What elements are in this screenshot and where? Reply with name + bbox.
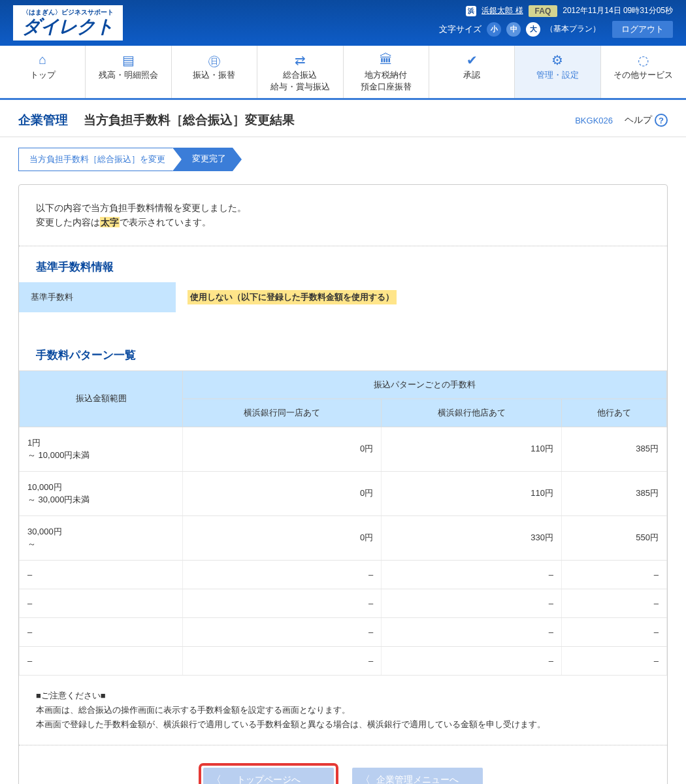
nav-approve[interactable]: ✔承認 xyxy=(429,46,515,98)
nav-transfer[interactable]: ㊐振込・振替 xyxy=(172,46,257,98)
step-2: 変更完了 xyxy=(172,148,242,171)
fee-pattern-table: 振込金額範囲 振込パターンごとの手数料 横浜銀行同一店あて 横浜銀行他店あて 他… xyxy=(19,370,667,676)
notes-line2: 本画面で登録した手数料金額が、横浜銀行で適用している手数料金額と異なる場合は、横… xyxy=(36,717,650,732)
font-size-large[interactable]: 大 xyxy=(526,22,540,37)
section-base-fee-title: 基準手数料情報 xyxy=(19,246,667,282)
page-code: BKGK026 xyxy=(575,116,613,125)
nav-tax[interactable]: 🏛地方税納付 預金口座振替 xyxy=(344,46,429,98)
result-card: 以下の内容で当方負担手数料情報を変更しました。 変更した内容は太字で表示されてい… xyxy=(18,184,668,784)
page-category: 企業管理 xyxy=(18,112,68,129)
message-line2: 変更した内容は太字で表示されています。 xyxy=(36,215,650,229)
bank-icon: 浜 xyxy=(466,6,476,16)
top-page-button[interactable]: 〈 トップページへ xyxy=(203,768,334,784)
nav-bulk[interactable]: ⇄総合振込 給与・賞与振込 xyxy=(257,46,343,98)
table-row: –––– xyxy=(20,617,667,646)
header: 〈はまぎん〉ビジネスサポート ダイレクト 浜 浜銀太郎 様 FAQ 2012年1… xyxy=(0,0,686,46)
highlight-box: 〈 トップページへ xyxy=(201,765,336,784)
transfer-icon: ⇄ xyxy=(260,52,340,67)
menu-button[interactable]: 〈 企業管理メニューへ xyxy=(352,768,483,784)
section-pattern-title: 手数料パターン一覧 xyxy=(19,335,667,370)
col-range: 振込金額範囲 xyxy=(20,370,183,427)
nav: ⌂トップ ▤残高・明細照会 ㊐振込・振替 ⇄総合振込 給与・賞与振込 🏛地方税納… xyxy=(0,46,686,100)
table-row: –––– xyxy=(20,589,667,617)
logo-small: 〈はまぎん〉ビジネスサポート xyxy=(22,8,114,17)
table-row: 10,000円 ～ 30,000円未満0円110円385円 xyxy=(20,471,667,515)
col-other-bank: 他行あて xyxy=(561,399,666,427)
table-row: –––– xyxy=(20,560,667,589)
col-other-branch: 横浜銀行他店あて xyxy=(382,399,562,427)
message-line1: 以下の内容で当方負担手数料情報を変更しました。 xyxy=(36,201,650,215)
logo: 〈はまぎん〉ビジネスサポート ダイレクト xyxy=(13,5,123,41)
logo-main: ダイレクト xyxy=(22,16,114,37)
table-row: 1円 ～ 10,000円未満0円110円385円 xyxy=(20,427,667,471)
help-link[interactable]: ヘルプ ? xyxy=(625,114,668,127)
nav-settings[interactable]: ⚙管理・設定 xyxy=(515,46,600,98)
header-right: 浜 浜銀太郎 様 FAQ 2012年11月14日 09時31分05秒 文字サイズ… xyxy=(439,5,673,38)
service-icon: ◌ xyxy=(604,52,683,67)
page-title-bar: 企業管理 当方負担手数料［総合振込］変更結果 BKGK026 ヘルプ ? xyxy=(0,100,686,137)
font-size-medium[interactable]: 中 xyxy=(506,22,521,37)
step-1: 当方負担手数料［総合振込］を変更 xyxy=(18,148,182,171)
document-icon: ▤ xyxy=(88,52,168,67)
plan-label: （基本プラン） xyxy=(546,24,600,35)
user-name: 浜銀太郎 様 xyxy=(482,5,523,16)
table-row: 30,000円 ～0円330円550円 xyxy=(20,515,667,560)
datetime: 2012年11月14日 09時31分05秒 xyxy=(563,5,673,16)
nav-other[interactable]: ◌その他サービス xyxy=(601,46,686,98)
button-row: 〈 トップページへ 〈 企業管理メニューへ xyxy=(19,745,667,784)
notes-head: ■ご注意ください■ xyxy=(36,689,650,703)
yen-icon: ㊐ xyxy=(174,52,254,67)
logout-button[interactable]: ログアウト xyxy=(612,21,673,38)
home-icon: ⌂ xyxy=(3,52,82,67)
check-icon: ✔ xyxy=(432,52,512,67)
faq-button[interactable]: FAQ xyxy=(529,5,558,17)
nav-balance[interactable]: ▤残高・明細照会 xyxy=(86,46,171,98)
base-fee-label: 基準手数料 xyxy=(19,282,176,312)
settings-icon: ⚙ xyxy=(517,52,597,67)
notes-line1: 本画面は、総合振込の操作画面に表示する手数料金額を設定する画面となります。 xyxy=(36,703,650,717)
table-row: –––– xyxy=(20,646,667,675)
font-size-label: 文字サイズ xyxy=(439,24,482,35)
notes: ■ご注意ください■ 本画面は、総合振込の操作画面に表示する手数料金額を設定する画… xyxy=(19,676,667,738)
col-group: 振込パターンごとの手数料 xyxy=(183,370,667,399)
chevron-left-icon: 〈 xyxy=(211,774,221,784)
help-icon: ? xyxy=(655,114,668,127)
chevron-left-icon: 〈 xyxy=(360,774,370,784)
nav-top[interactable]: ⌂トップ xyxy=(0,46,86,98)
font-size-small[interactable]: 小 xyxy=(487,22,501,37)
page-title: 当方負担手数料［総合振込］変更結果 xyxy=(84,112,295,129)
col-same-branch: 横浜銀行同一店あて xyxy=(183,399,382,427)
base-fee-table: 基準手数料 使用しない（以下に登録した手数料金額を使用する） xyxy=(19,282,667,312)
base-fee-value: 使用しない（以下に登録した手数料金額を使用する） xyxy=(188,290,397,304)
step-indicator: 当方負担手数料［総合振込］を変更 変更完了 xyxy=(18,148,668,171)
building-icon: 🏛 xyxy=(346,52,426,67)
